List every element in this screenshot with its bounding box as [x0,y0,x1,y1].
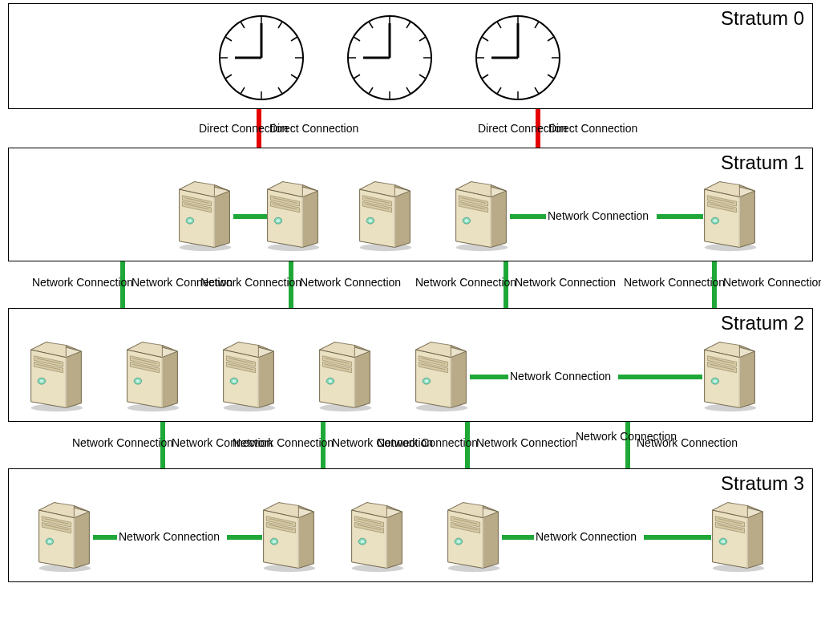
server-icon [25,338,87,414]
network-connection-label: Network Connection [637,436,738,449]
stratum-2-box: Stratum 2 Network Connection [8,308,813,422]
network-connection-label: Network Connection [510,370,611,383]
direct-connection-label: Direct Connection [548,122,637,135]
network-connection-label: Network Connection [536,530,637,543]
server-icon [698,338,761,414]
network-connection-line [618,375,702,379]
network-connection-line [657,214,703,219]
stratum-3-box: Stratum 3 Network Connection Network Con… [8,468,813,582]
server-icon [706,498,769,574]
network-connection-line [233,214,267,219]
network-connection-line [470,375,508,379]
server-icon [217,338,280,414]
network-connection-label: Network Connection [377,436,478,449]
network-connection-label: Network Connection [723,276,821,289]
network-connection-label: Network Connection [119,530,220,543]
network-connection-line [502,535,534,540]
network-connection-label: Network Connection [300,276,401,289]
network-connection-line [510,214,546,219]
server-icon [313,338,376,414]
clock-icon [217,14,305,102]
server-icon [121,338,184,414]
stratum-1-label: Stratum 1 [721,152,804,174]
network-connection-line [93,535,117,540]
server-icon [698,177,761,253]
ntp-stratum-diagram: Stratum 0 Direct Connection Direct Conne… [0,0,821,644]
server-icon [346,498,408,574]
network-connection-label: Network Connection [548,209,649,222]
network-connection-label: Network Connection [476,436,577,449]
server-icon [261,177,324,253]
network-connection-label: Network Connection [415,276,516,289]
server-icon [354,177,416,253]
network-connection-line [644,535,711,540]
stratum-2-label: Stratum 2 [721,312,804,334]
clock-icon [474,14,562,102]
direct-connection-label: Direct Connection [269,122,358,135]
network-connection-label: Network Connection [32,276,133,289]
clock-icon [346,14,434,102]
network-connection-label: Network Connection [233,436,334,449]
network-connection-line [625,422,630,468]
network-connection-label: Network Connection [200,276,301,289]
network-connection-label: Network Connection [72,436,173,449]
server-icon [450,177,512,253]
stratum-0-label: Stratum 0 [721,7,804,30]
server-icon [410,338,472,414]
server-icon [173,177,236,253]
server-icon [442,498,504,574]
network-connection-label: Network Connection [624,276,725,289]
server-icon [33,498,95,574]
network-connection-label: Network Connection [515,276,616,289]
stratum-1-box: Stratum 1 Network Connection [8,148,813,261]
stratum-0-box: Stratum 0 [8,3,813,109]
stratum-3-label: Stratum 3 [721,472,804,495]
server-icon [257,498,320,574]
network-connection-line [227,535,262,540]
